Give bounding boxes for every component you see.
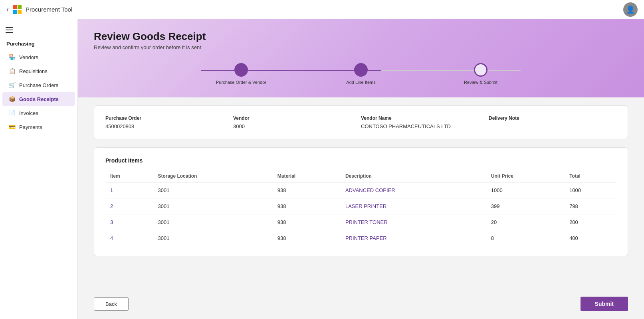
vendor-value: 3000 bbox=[233, 123, 361, 129]
step-3: Review & Submit bbox=[421, 63, 541, 85]
product-items-card: Product Items Item Storage Location Mate… bbox=[94, 147, 628, 256]
page-subtitle: Review and confirm your order before it … bbox=[94, 44, 628, 50]
back-button[interactable]: Back bbox=[94, 297, 129, 311]
step-3-label: Review & Submit bbox=[464, 80, 497, 85]
cell-unit-price-1: 399 bbox=[486, 198, 565, 214]
sidebar-item-invoices[interactable]: 📄 Invoices bbox=[2, 106, 75, 120]
goods-receipts-icon: 📦 bbox=[9, 96, 15, 102]
cell-material-1: 938 bbox=[273, 198, 341, 214]
vendor-name-value: CONTOSO PHARMACEUTICALS LTD bbox=[361, 123, 489, 129]
cell-description-0: ADVANCED COPIER bbox=[341, 182, 486, 198]
sidebar-item-purchase-orders-label: Purchase Orders bbox=[19, 82, 58, 88]
sidebar-item-payments-label: Payments bbox=[19, 124, 42, 130]
sidebar-item-vendors-label: Vendors bbox=[19, 54, 38, 60]
cell-total-2: 200 bbox=[565, 214, 616, 230]
step-3-circle bbox=[474, 63, 487, 77]
po-col: Purchase Order 4500020808 bbox=[105, 115, 233, 129]
vendor-label: Vendor bbox=[233, 115, 361, 121]
product-items-table: Item Storage Location Material Descripti… bbox=[105, 170, 616, 246]
purchase-orders-icon: 🛒 bbox=[9, 82, 15, 88]
col-storage: Storage Location bbox=[153, 170, 272, 182]
table-body: 1 3001 938 ADVANCED COPIER 1000 1000 2 3… bbox=[105, 182, 616, 246]
table-row: 3 3001 938 PRINTER TONER 20 200 bbox=[105, 214, 616, 230]
table-header: Item Storage Location Material Descripti… bbox=[105, 170, 616, 182]
po-label: Purchase Order bbox=[105, 115, 233, 121]
page-header: Review Goods Receipt Review and confirm … bbox=[78, 19, 644, 97]
cell-storage-0: 3001 bbox=[153, 182, 272, 198]
vendor-name-label: Vendor Name bbox=[361, 115, 489, 121]
sidebar-item-payments[interactable]: 💳 Payments bbox=[2, 120, 75, 134]
card-area: Purchase Order 4500020808 Vendor 3000 Ve… bbox=[78, 97, 644, 290]
cell-storage-1: 3001 bbox=[153, 198, 272, 214]
table-row: 2 3001 938 LASER PRINTER 399 798 bbox=[105, 198, 616, 214]
step-1: Purchase Order & Vendor bbox=[181, 63, 301, 85]
sidebar-item-requisitions-label: Requisitions bbox=[19, 68, 48, 74]
user-avatar[interactable]: 👤 bbox=[623, 2, 638, 17]
cell-description-3: PRINTER PAPER bbox=[341, 230, 486, 246]
sidebar-item-invoices-label: Invoices bbox=[19, 110, 38, 116]
cell-storage-2: 3001 bbox=[153, 214, 272, 230]
vendor-col: Vendor 3000 bbox=[233, 115, 361, 129]
cell-item-1: 2 bbox=[105, 198, 153, 214]
submit-button[interactable]: Submit bbox=[581, 297, 628, 311]
app-title: Procurement Tool bbox=[26, 6, 72, 13]
cell-item-0: 1 bbox=[105, 182, 153, 198]
cell-item-2: 3 bbox=[105, 214, 153, 230]
step-2-circle bbox=[354, 63, 368, 77]
po-info-row: Purchase Order 4500020808 Vendor 3000 Ve… bbox=[105, 115, 616, 129]
cell-description-2: PRINTER TONER bbox=[341, 214, 486, 230]
cell-unit-price-3: 8 bbox=[486, 230, 565, 246]
step-1-label: Purchase Order & Vendor bbox=[216, 80, 266, 85]
cell-material-2: 938 bbox=[273, 214, 341, 230]
sidebar-item-goods-receipts[interactable]: 📦 Goods Receipts bbox=[2, 92, 75, 106]
main-content: Review Goods Receipt Review and confirm … bbox=[78, 19, 644, 319]
hamburger-menu[interactable] bbox=[4, 26, 74, 34]
po-value: 4500020808 bbox=[105, 123, 233, 129]
sidebar: Purchasing 🏪 Vendors 📋 Requisitions 🛒 Pu… bbox=[0, 19, 78, 319]
col-unit-price: Unit Price bbox=[486, 170, 565, 182]
cell-unit-price-0: 1000 bbox=[486, 182, 565, 198]
col-total: Total bbox=[565, 170, 616, 182]
sidebar-item-vendors[interactable]: 🏪 Vendors bbox=[2, 50, 75, 64]
step-2-label: Add Line Items bbox=[346, 80, 375, 85]
invoices-icon: 📄 bbox=[9, 110, 15, 116]
table-row: 4 3001 938 PRINTER PAPER 8 400 bbox=[105, 230, 616, 246]
stepper: Purchase Order & Vendor Add Line Items R… bbox=[181, 63, 541, 85]
sidebar-section-title: Purchasing bbox=[0, 38, 77, 50]
sidebar-item-goods-receipts-label: Goods Receipts bbox=[19, 96, 59, 102]
microsoft-logo bbox=[13, 5, 22, 14]
order-info-card: Purchase Order 4500020808 Vendor 3000 Ve… bbox=[94, 105, 628, 139]
topbar: ‹ Procurement Tool 👤 bbox=[0, 0, 644, 19]
requisitions-icon: 📋 bbox=[9, 68, 15, 74]
cell-total-0: 1000 bbox=[565, 182, 616, 198]
cell-material-0: 938 bbox=[273, 182, 341, 198]
cell-unit-price-2: 20 bbox=[486, 214, 565, 230]
cell-description-1: LASER PRINTER bbox=[341, 198, 486, 214]
cell-total-3: 400 bbox=[565, 230, 616, 246]
cell-storage-3: 3001 bbox=[153, 230, 272, 246]
cell-item-3: 4 bbox=[105, 230, 153, 246]
sidebar-item-requisitions[interactable]: 📋 Requisitions bbox=[2, 64, 75, 78]
vendor-name-col: Vendor Name CONTOSO PHARMACEUTICALS LTD bbox=[361, 115, 489, 129]
col-description: Description bbox=[341, 170, 486, 182]
page-title: Review Goods Receipt bbox=[94, 30, 628, 43]
sidebar-item-purchase-orders[interactable]: 🛒 Purchase Orders bbox=[2, 78, 75, 92]
cell-total-1: 798 bbox=[565, 198, 616, 214]
col-material: Material bbox=[273, 170, 341, 182]
back-nav-button[interactable]: ‹ bbox=[6, 5, 9, 14]
step-1-circle bbox=[234, 63, 248, 77]
cell-material-3: 938 bbox=[273, 230, 341, 246]
payments-icon: 💳 bbox=[9, 124, 15, 130]
step-2: Add Line Items bbox=[301, 63, 421, 85]
col-item: Item bbox=[105, 170, 153, 182]
table-row: 1 3001 938 ADVANCED COPIER 1000 1000 bbox=[105, 182, 616, 198]
delivery-note-label: Delivery Note bbox=[489, 115, 616, 121]
product-items-title: Product Items bbox=[105, 157, 616, 164]
delivery-note-col: Delivery Note bbox=[489, 115, 616, 129]
vendors-icon: 🏪 bbox=[9, 54, 15, 60]
footer-actions: Back Submit bbox=[78, 290, 644, 319]
